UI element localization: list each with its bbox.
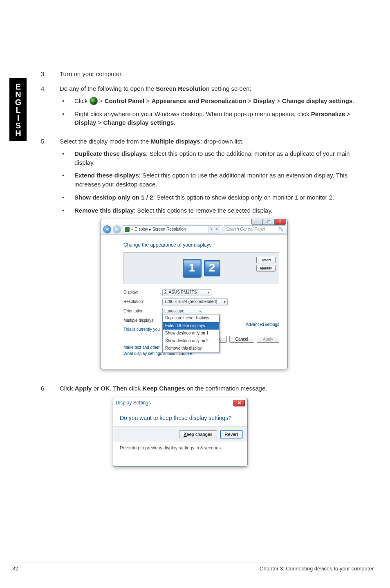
monitor-2-icon[interactable]: 2 <box>204 260 220 276</box>
step-4-intro-a: Do any of the following to open the <box>60 85 156 92</box>
breadcrumb-refresh-icon[interactable]: ↻ <box>214 226 220 233</box>
forward-button[interactable]: ► <box>113 225 121 233</box>
keep-changes-label: eep changes <box>187 432 213 437</box>
bullet-dot: • <box>60 171 74 180</box>
s4b1-gt1: > <box>99 97 105 104</box>
s4b2-line1: Right click anywhere on your Windows des… <box>74 110 311 117</box>
combo-resolution[interactable]: 1280 × 1024 (recommended) <box>162 298 228 305</box>
chapter-title: Chapter 3: Connecting devices to your co… <box>260 566 374 572</box>
dialog-close-button[interactable]: ✕ <box>233 400 245 406</box>
page-content: 3. Turn on your computer. 4. Do any of t… <box>41 70 368 472</box>
label-display: Display: <box>123 290 162 296</box>
language-tab-label: ENGLISH <box>13 82 23 137</box>
step-3: 3. Turn on your computer. <box>41 70 368 79</box>
s4b1-gt4: > <box>275 97 282 104</box>
dialog-question: Do you want to keep these display settin… <box>113 408 247 426</box>
search-input[interactable]: Search Control Panel 🔍 <box>224 225 285 233</box>
step-5-bullet-2: • Extend these displays: Select this opt… <box>60 171 368 189</box>
display-preview: 1 2 Detect Identify <box>123 252 279 284</box>
identify-button[interactable]: Identify <box>256 265 276 272</box>
step-6-num: 6. <box>41 384 60 393</box>
s4b2-b1: Personalize <box>311 110 345 117</box>
start-orb-icon <box>90 97 98 105</box>
dropdown-opt-only-2[interactable]: Show desktop only on 2 <box>163 337 219 345</box>
s4b2-b2: Display <box>74 119 96 126</box>
combo-orientation[interactable]: Landscape <box>162 308 203 315</box>
s5b3-t: : Select this option to show desktop onl… <box>153 194 334 201</box>
s4b1-post: . <box>352 97 354 104</box>
advanced-settings-link[interactable]: Advanced settings <box>246 322 279 328</box>
row-display: Display: 2. ASUS PM17TS <box>123 289 279 296</box>
label-resolution: Resolution: <box>123 299 162 305</box>
step-6: 6. Click Apply or OK. Then click Keep Ch… <box>41 384 368 467</box>
s6-mid: or <box>92 385 101 392</box>
label-multiple: Multiple displays: <box>123 318 162 324</box>
breadcrumb[interactable]: « Display ▸ Screen Resolution ▾ ↻ <box>123 225 222 233</box>
s6-a: Click <box>60 385 75 392</box>
panel-heading: Change the appearance of your displays <box>123 242 279 249</box>
close-button[interactable]: ✕ <box>274 219 286 225</box>
combo-resolution-value: 1280 × 1024 (recommended) <box>164 299 217 305</box>
s4b1-pre: Click <box>74 97 90 104</box>
multiple-displays-dropdown: Duplicate these displays Extend these di… <box>162 314 220 353</box>
s4b2-post: . <box>174 119 175 126</box>
step-5-bullet-3: • Show desktop only on 1 / 2: Select thi… <box>60 193 368 202</box>
dialog-titlebar: Display Settings ✕ <box>113 398 247 408</box>
bullet-dot: • <box>60 193 74 202</box>
minimize-button[interactable]: — <box>251 219 263 225</box>
dropdown-opt-extend[interactable]: Extend these displays <box>163 322 219 330</box>
s5b4-t: : Select this options to remove the sele… <box>134 207 273 214</box>
page-footer: 32 Chapter 3: Connecting devices to your… <box>12 563 374 572</box>
window-titlebar: — ▢ ✕ <box>101 219 287 224</box>
s4b2-gt2: > <box>96 119 103 126</box>
s6-b1: Apply <box>75 385 92 392</box>
dialog-countdown: Reverting to previous display settings i… <box>113 442 247 455</box>
control-panel-icon <box>125 227 130 232</box>
bullet-dot: • <box>60 110 74 119</box>
s4b1-gt2: > <box>144 97 151 104</box>
keep-changes-button[interactable]: Keep changes <box>179 430 217 438</box>
screenshot-display-settings-dialog: Display Settings ✕ Do you want to keep t… <box>113 398 248 467</box>
language-tab: ENGLISH <box>9 78 27 141</box>
screenshot-screen-resolution: — ▢ ✕ ◄ ► « Display ▸ Screen Resolution <box>101 219 288 369</box>
s4b1-gt3: > <box>246 97 253 104</box>
s4b2-gt1: > <box>345 110 350 117</box>
apply-button[interactable]: Apply <box>257 336 279 343</box>
revert-button[interactable]: Revert <box>220 430 242 438</box>
cancel-button[interactable]: Cancel <box>229 336 254 343</box>
s4b2-b3: Change display settings <box>103 119 174 126</box>
maximize-button[interactable]: ▢ <box>263 219 274 225</box>
s6-c: . Then click <box>110 385 143 392</box>
step-3-text: Turn on your computer. <box>60 70 368 79</box>
s5b1-b: Duplicate these displays <box>74 150 146 157</box>
dropdown-opt-duplicate[interactable]: Duplicate these displays <box>163 314 219 322</box>
detect-button[interactable]: Detect <box>256 257 276 263</box>
breadcrumb-dropdown-icon[interactable]: ▾ <box>208 226 214 233</box>
dropdown-opt-only-1[interactable]: Show desktop only on 1 <box>163 330 219 337</box>
search-icon: 🔍 <box>278 227 283 233</box>
s5-intro-c: drop-down list. <box>202 138 244 145</box>
s5b4-b: Remove this display <box>74 207 134 214</box>
combo-display[interactable]: 2. ASUS PM17TS <box>162 289 211 296</box>
back-button[interactable]: ◄ <box>103 225 111 233</box>
s5b3-b: Show desktop only on 1 / 2 <box>74 194 153 201</box>
s4b1-b2: Appearance and Personalization <box>151 97 246 104</box>
row-resolution: Resolution: 1280 × 1024 (recommended) <box>123 298 279 305</box>
page-number: 32 <box>12 566 18 572</box>
combo-display-value: 2. ASUS PM17TS <box>164 290 197 296</box>
dialog-title: Display Settings <box>116 399 151 406</box>
bullet-dot: • <box>60 149 74 158</box>
breadcrumb-text: « Display ▸ Screen Resolution <box>131 227 186 233</box>
step-4-bullet-1: • Click > Control Panel > Appearance and… <box>60 97 368 105</box>
step-5-bullet-1: • Duplicate these displays: Select this … <box>60 149 368 167</box>
step-5: 5. Select the display mode from the Mult… <box>41 137 368 378</box>
navbar: ◄ ► « Display ▸ Screen Resolution ▾ ↻ Se… <box>101 224 287 235</box>
s6-b2: OK <box>101 385 110 392</box>
combo-orientation-value: Landscape <box>164 308 184 314</box>
step-4-intro-c: setting screen: <box>210 85 251 92</box>
step-5-num: 5. <box>41 137 60 146</box>
step-4-num: 4. <box>41 84 60 93</box>
monitor-1-icon[interactable]: 1 <box>183 259 202 278</box>
dropdown-opt-remove[interactable]: Remove this display <box>163 345 219 352</box>
search-placeholder: Search Control Panel <box>226 227 265 233</box>
